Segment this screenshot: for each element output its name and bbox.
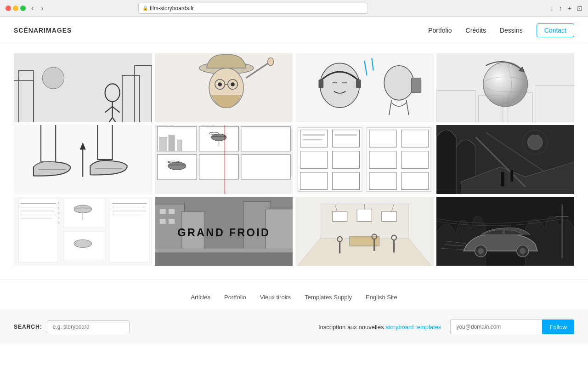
svg-rect-130 [155,249,293,253]
svg-text:Scène n° 1.2: Scène n° 1.2 [200,125,215,126]
footer-link-vieux-tiroirs[interactable]: Vieux tiroirs [260,294,291,301]
svg-point-22 [267,58,273,66]
share-icon[interactable]: ↑ [559,5,562,12]
site-logo: SCÉNARIMAGES [14,27,72,34]
gallery-item-7[interactable] [295,125,434,194]
tabs-icon[interactable]: ⊡ [577,5,582,12]
download-icon[interactable]: ↓ [550,5,554,12]
back-btn[interactable]: ‹ [29,3,35,13]
nav-dessins[interactable]: Dessins [500,27,523,34]
svg-rect-72 [367,127,431,192]
svg-text:5: 5 [58,222,60,224]
svg-rect-97 [19,198,58,262]
gallery-item-12[interactable] [436,197,575,266]
svg-point-114 [74,240,92,247]
svg-point-92 [527,135,542,149]
svg-text:4: 4 [58,217,60,219]
svg-point-5 [42,67,64,89]
svg-point-57 [211,134,226,141]
footer-link-templates[interactable]: Templates Supply [305,294,352,301]
close-window-btn[interactable] [6,6,11,11]
svg-point-17 [231,82,235,86]
newsletter-form: Follow [450,319,574,334]
svg-rect-63 [241,154,290,179]
svg-text:GRAND FROID: GRAND FROID [177,227,270,239]
svg-text:1: 1 [58,202,60,205]
nav-portfolio[interactable]: Portfolio [428,27,452,34]
svg-rect-125 [159,209,165,214]
gallery-item-6[interactable]: Scène n° 1.1 Scène n° 1.2 [155,125,293,194]
svg-point-64 [168,162,186,170]
footer-links: Articles Portfolio Vieux tiroirs Templat… [0,279,588,310]
svg-rect-94 [510,169,513,182]
url-text: film-storyboards.fr [150,5,194,11]
gallery-item-10[interactable]: GRAND FROID [155,197,293,266]
email-input[interactable] [450,319,542,334]
svg-rect-32 [411,78,421,93]
gallery: Scène n° 1.1 Scène n° 1.2 [0,44,588,279]
lock-icon: 🔒 [142,6,148,11]
follow-button[interactable]: Follow [542,319,574,334]
browser-toolbar: ↓ ↑ + ⊡ [550,5,582,12]
search-input[interactable] [47,320,130,333]
svg-rect-62 [199,154,238,179]
nav-links: Portfolio Crédits Dessins Contact [428,23,574,37]
search-label: SEARCH: [14,324,42,330]
svg-text:2: 2 [58,207,60,210]
svg-rect-0 [14,53,152,122]
forward-btn[interactable]: › [39,3,45,13]
site-nav: SCÉNARIMAGES Portfolio Crédits Dessins C… [0,17,588,44]
svg-rect-140 [382,211,396,221]
gallery-item-1[interactable] [14,53,152,122]
svg-rect-25 [318,80,323,88]
svg-point-24 [320,63,360,108]
svg-point-16 [218,82,222,86]
gallery-item-11[interactable] [295,197,434,266]
nav-credits[interactable]: Crédits [466,27,486,34]
window-controls [6,6,26,11]
svg-rect-71 [298,127,362,192]
svg-point-110 [74,205,92,213]
svg-rect-54 [159,137,167,151]
svg-rect-128 [169,219,175,224]
newsletter-link[interactable]: storyboard templates [385,324,441,331]
footer-link-english[interactable]: English Site [366,294,397,301]
newsletter-text: Inscription aux nouvelles storyboard tem… [318,324,441,331]
svg-point-152 [478,248,484,254]
svg-rect-139 [357,209,372,222]
svg-rect-127 [159,219,165,224]
svg-point-31 [384,66,413,100]
svg-rect-138 [332,211,347,221]
footer-link-portfolio[interactable]: Portfolio [224,294,246,301]
svg-rect-26 [356,80,361,88]
svg-text:3: 3 [58,211,60,214]
svg-point-154 [520,248,526,254]
svg-rect-56 [177,140,182,151]
svg-text:Scène n° 1.1: Scène n° 1.1 [158,125,173,126]
gallery-item-2[interactable] [155,53,293,122]
new-tab-icon[interactable]: + [568,5,571,12]
gallery-item-4[interactable] [436,53,575,122]
svg-rect-55 [169,135,175,151]
svg-rect-115 [110,198,149,262]
search-section: SEARCH: [14,320,130,333]
gallery-item-8[interactable] [436,125,575,194]
gallery-item-9[interactable]: 1 2 3 4 5 [14,197,152,266]
gallery-item-5[interactable] [14,125,152,194]
maximize-window-btn[interactable] [20,6,26,11]
minimize-window-btn[interactable] [13,6,18,11]
svg-rect-126 [169,209,175,214]
gallery-item-3[interactable] [295,53,434,122]
svg-rect-93 [500,172,504,187]
bottom-bar: SEARCH: Inscription aux nouvelles storyb… [0,310,588,343]
nav-contact[interactable]: Contact [537,23,574,37]
browser-chrome: ‹ › 🔒 film-storyboards.fr ↓ ↑ + ⊡ [0,0,588,17]
address-bar[interactable]: 🔒 film-storyboards.fr [138,3,368,14]
svg-rect-53 [241,126,290,151]
footer-link-articles[interactable]: Articles [191,294,210,301]
newsletter-section: Inscription aux nouvelles storyboard tem… [318,319,574,334]
